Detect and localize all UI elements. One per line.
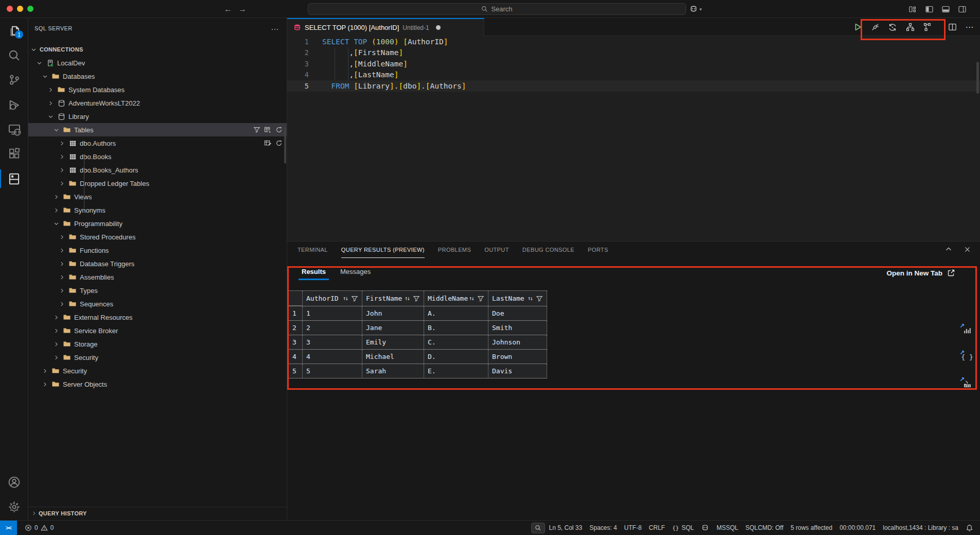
activity-bar-extensions[interactable] [0,142,28,166]
chevron-down-icon[interactable] [52,221,60,227]
sort-icon[interactable]: ↑↓ [343,295,347,302]
statusbar-connection-info[interactable]: localhost,1434 : Library : sa [879,524,962,531]
code-line-4[interactable]: 4 ,[LastName] [287,70,980,81]
tree-item-types[interactable]: Types [28,284,287,297]
filter-icon[interactable] [477,295,484,302]
chevron-right-icon[interactable] [52,355,60,360]
chevron-right-icon[interactable] [58,141,65,146]
row-number-cell[interactable]: 2 [288,321,303,335]
tree-item-synonyms[interactable]: Synonyms [28,203,287,217]
tree-item-external-resources[interactable]: External Resources [28,310,287,324]
statusbar-cursor-position[interactable]: Ln 5, Col 33 [545,524,586,531]
grid-cell[interactable]: Brown [488,350,547,364]
grid-cell[interactable]: Sarah [362,364,424,378]
row-number-cell[interactable]: 4 [288,350,303,364]
grid-cell[interactable]: 4 [303,350,362,364]
remote-indicator-button[interactable]: >< [0,521,17,535]
row-number-cell[interactable]: 3 [288,335,303,350]
panel-tab-output[interactable]: OUTPUT [484,241,509,258]
close-panel-button[interactable] [961,244,973,255]
edit-data-button[interactable] [264,140,272,147]
tree-item-adventureworkslt2022[interactable]: AdventureWorksLT2022 [28,96,287,110]
command-center-search[interactable]: Search [308,3,686,15]
save-as-csv-button[interactable]: ↗ [961,378,973,389]
minimize-window-button[interactable] [17,6,23,12]
statusbar-query-duration[interactable]: 00:00:00.071 [836,524,879,531]
grid-row-2[interactable]: 22JaneB.Smith [288,321,547,335]
statusbar-copilot-status[interactable] [697,524,713,532]
filter-icon[interactable] [536,295,543,302]
statusbar-sqlcmd-mode[interactable]: SQLCMD: Off [742,524,787,531]
tree-item-sequences[interactable]: Sequences [28,297,287,310]
grid-corner-cell[interactable] [288,291,303,306]
tree-item-localdev[interactable]: LocalDev [28,56,287,70]
row-number-cell[interactable]: 1 [288,306,303,321]
split-editor-button[interactable] [946,21,958,33]
tree-item-dbo-authors[interactable]: dbo.Authors [28,136,287,150]
grid-cell[interactable]: John [362,306,424,321]
chevron-down-icon[interactable] [30,47,37,53]
chevron-right-icon[interactable] [47,100,54,106]
chevron-right-icon[interactable] [41,368,48,374]
grid-cell[interactable]: C. [424,335,488,350]
chevron-right-icon[interactable] [58,301,65,307]
estimated-plan-button[interactable] [904,21,916,33]
chevron-right-icon[interactable] [52,194,60,200]
activity-bar-settings[interactable] [0,494,28,519]
tree-item-dropped-ledger-tables[interactable]: Dropped Ledger Tables [28,177,287,190]
disconnect-button[interactable] [869,21,881,33]
actual-plan-button[interactable] [921,21,934,33]
new-table-button[interactable] [264,126,272,134]
close-window-button[interactable] [7,6,13,12]
results-grid[interactable]: AuthorID↑↓FirstName↑↓MiddleName↑↓LastNam… [288,290,547,378]
grid-cell[interactable]: D. [424,350,488,364]
panel-tab-terminal[interactable]: TERMINAL [297,241,328,258]
chevron-right-icon[interactable] [58,288,65,294]
tree-item-server-objects[interactable]: Server Objects [28,377,287,391]
grid-cell[interactable]: 3 [303,335,362,350]
chevron-right-icon[interactable] [58,261,65,267]
panel-tab-problems[interactable]: PROBLEMS [438,241,471,258]
tree-item-storage[interactable]: Storage [28,337,287,351]
chevron-right-icon[interactable] [58,248,65,253]
statusbar-zoom-indicator[interactable] [531,523,545,533]
grid-cell[interactable]: Johnson [488,335,547,350]
chevron-right-icon[interactable] [47,87,54,93]
tree-item-library[interactable]: Library [28,110,287,123]
problems-counter[interactable]: 0 0 [21,524,57,531]
maximize-window-button[interactable] [27,6,33,12]
statusbar-eol[interactable]: CRLF [645,524,669,531]
tab-dirty-indicator[interactable] [436,25,441,30]
code-editor[interactable]: 1SELECT TOP (1000) [AuthorID]2 ,[FirstNa… [287,36,980,241]
code-line-5[interactable]: 5 FROM [Library].[dbo].[Authors] [287,80,980,92]
activity-bar-search[interactable] [0,43,28,67]
navigate-back-button[interactable]: ← [222,4,234,15]
activity-bar-sql-server[interactable] [0,166,28,191]
grid-cell[interactable]: 2 [303,321,362,335]
refresh-button[interactable] [275,126,283,134]
tree-item-assemblies[interactable]: Assemblies [28,270,287,284]
grid-cell[interactable]: 5 [303,364,362,378]
grid-row-1[interactable]: 11JohnA.Doe [288,306,547,321]
grid-cell[interactable]: Smith [488,321,547,335]
more-actions-button[interactable]: ⋯ [964,21,976,33]
change-connection-button[interactable] [886,21,899,33]
tree-item-service-broker[interactable]: Service Broker [28,324,287,337]
tree-item-dbo-books-authors[interactable]: dbo.Books_Authors [28,163,287,177]
panel-tab-query-results-preview[interactable]: QUERY RESULTS (PREVIEW) [341,241,425,258]
run-query-button[interactable] [851,21,864,33]
refresh-button[interactable] [275,140,283,147]
tree-item-security-db[interactable]: Security [28,351,287,364]
tree-item-connections[interactable]: CONNECTIONS [28,43,287,56]
chevron-right-icon[interactable] [58,234,65,240]
grid-header-lastname[interactable]: LastName↑↓ [488,291,547,306]
toggle-panel-button[interactable] [939,3,952,15]
grid-cell[interactable]: Doe [488,306,547,321]
editor-scrollbar[interactable] [976,62,979,94]
grid-row-5[interactable]: 55SarahE.Davis [288,364,547,378]
maximize-panel-button[interactable] [943,244,954,255]
statusbar-rows-affected[interactable]: 5 rows affected [787,524,836,531]
chevron-right-icon[interactable] [52,328,60,334]
results-tab-results[interactable]: Results [302,268,326,280]
grid-header-middlename[interactable]: MiddleName↑↓ [424,291,488,306]
